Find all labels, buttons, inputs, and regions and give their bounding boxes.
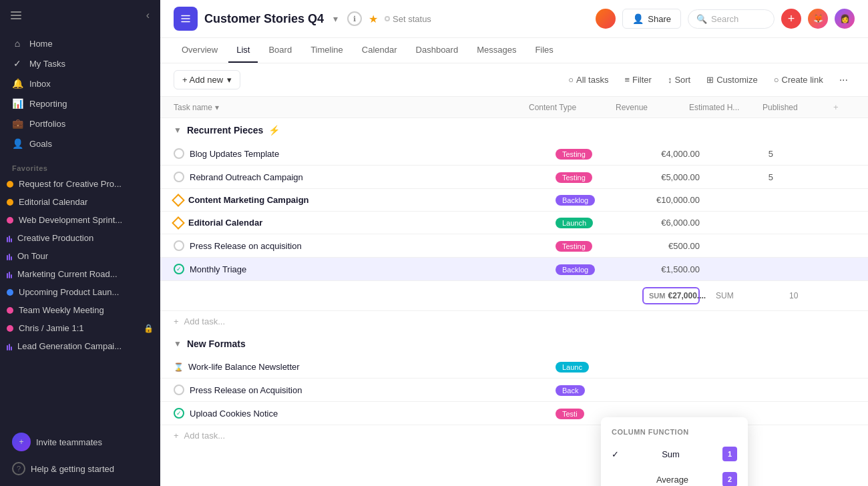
task-published [781, 148, 855, 160]
search-box[interactable]: 🔍 Search [688, 9, 775, 29]
sidebar-item-web-development[interactable]: Web Development Sprint... [0, 211, 160, 229]
sidebar-item-on-tour[interactable]: On Tour [0, 247, 160, 265]
dot-icon [7, 289, 13, 296]
col-function-item-average[interactable]: Average 2 [601, 467, 748, 486]
plus-icon: + [174, 316, 179, 326]
sum-box[interactable]: SUM €27,000.... [642, 287, 700, 304]
bar-icon [7, 252, 12, 260]
col-header-published: Published [754, 97, 828, 117]
tab-files[interactable]: Files [527, 38, 561, 63]
sidebar-item-portfolios[interactable]: 💼 Portfolios [5, 113, 155, 134]
task-name-cell: Press Release on Acquisition [174, 379, 548, 401]
col-function-item-sum[interactable]: ✓ Sum 1 [601, 441, 748, 467]
tab-board[interactable]: Board [260, 38, 300, 63]
help-button[interactable]: ? Help & getting started [5, 457, 155, 481]
task-name: Press Release on Acquisition [190, 385, 302, 395]
sum-plain-label: SUM [716, 291, 734, 300]
task-content-type: Testing [548, 235, 634, 257]
sidebar-item-inbox[interactable]: 🔔 Inbox [5, 73, 155, 93]
customize-button[interactable]: ⊞ Customize [700, 71, 764, 88]
invite-teammates-button[interactable]: + Invite teammates [5, 427, 155, 457]
page-header: Customer Stories Q4 ▾ ℹ ★ Set status 👤 S… [160, 0, 868, 38]
table-row: ⌛ Work-life Balance Newsletter Launc [160, 356, 868, 379]
task-published [781, 361, 855, 373]
task-status-circle-done[interactable] [174, 264, 184, 274]
tag: Launch [556, 218, 593, 228]
add-column-button[interactable]: + [828, 97, 855, 117]
collapse-icon[interactable]: ‹ [146, 9, 150, 21]
tab-messages[interactable]: Messages [469, 38, 524, 63]
task-revenue: €5,000.00 [634, 166, 708, 188]
star-icon[interactable]: ★ [369, 13, 378, 25]
add-task-label: Add task... [184, 431, 225, 441]
tab-dashboard[interactable]: Dashboard [408, 38, 467, 63]
task-status-circle[interactable] [174, 385, 184, 395]
task-status-diamond[interactable] [172, 194, 185, 207]
task-name: Work-life Balance Newsletter [188, 362, 300, 372]
task-status-circle-done[interactable] [174, 408, 184, 419]
section-toggle-icon[interactable]: ▼ [174, 126, 182, 135]
dropdown-arrow-icon: ▾ [227, 75, 232, 85]
home-icon: ⌂ [12, 38, 23, 49]
sidebar-item-my-tasks[interactable]: ✓ My Tasks [5, 53, 155, 73]
info-button[interactable]: ℹ [347, 11, 362, 26]
task-status-circle[interactable] [174, 240, 184, 251]
task-name-cell: Press Release on acquisition [174, 234, 548, 257]
sidebar-item-chris-jamie[interactable]: Chris / Jamie 1:1 🔒 [0, 319, 160, 337]
task-name: Monthly Triage [190, 264, 246, 274]
task-status-hourglass[interactable]: ⌛ [174, 362, 183, 372]
sidebar-item-label: Goals [29, 139, 52, 149]
toolbar-left: + Add new ▾ [174, 70, 240, 89]
sum-label: SUM [649, 292, 665, 300]
help-label: Help & getting started [31, 464, 114, 474]
fav-label: Editorial Calendar [19, 197, 87, 207]
section-toggle-icon[interactable]: ▼ [174, 339, 182, 348]
sidebar-item-request-creative[interactable]: Request for Creative Pro... [0, 175, 160, 193]
tab-list[interactable]: List [228, 38, 258, 63]
dot-icon [7, 199, 13, 206]
filter-label: Filter [632, 75, 652, 85]
hamburger-icon[interactable] [11, 11, 21, 19]
task-content-type: Launc [548, 356, 634, 378]
sidebar-item-lead-generation[interactable]: Lead Generation Campai... [0, 337, 160, 355]
sidebar-item-goals[interactable]: 👤 Goals [5, 134, 155, 154]
table-row: Upload Cookies Notice Testi [160, 402, 868, 425]
favorites-label: Favorites [0, 156, 160, 175]
share-label: Share [648, 14, 671, 24]
set-status-button[interactable]: Set status [385, 14, 431, 24]
invite-avatar: + [12, 433, 31, 451]
add-task-recurrent[interactable]: + Add task... [160, 311, 868, 332]
sidebar-item-editorial-calendar[interactable]: Editorial Calendar [0, 193, 160, 211]
filter-button[interactable]: ≡ Filter [618, 71, 658, 88]
create-link-button[interactable]: ○ Create link [767, 71, 830, 88]
tab-overview[interactable]: Overview [174, 38, 226, 63]
sidebar-item-marketing-road[interactable]: Marketing Current Road... [0, 265, 160, 283]
task-published [781, 384, 855, 396]
sidebar-item-reporting[interactable]: 📊 Reporting [5, 93, 155, 113]
task-table: Task name ▾ Content Type Revenue Estimat… [160, 97, 868, 486]
all-tasks-button[interactable]: ○ All tasks [562, 71, 615, 88]
task-published [781, 171, 855, 183]
sort-button[interactable]: ↕ Sort [661, 71, 697, 88]
sidebar-item-team-weekly[interactable]: Team Weekly Meeting [0, 301, 160, 319]
share-button[interactable]: 👤 Share [622, 9, 681, 29]
task-status-circle[interactable] [174, 172, 184, 182]
task-published [781, 240, 855, 252]
tab-timeline[interactable]: Timeline [302, 38, 351, 63]
add-task-new-formats[interactable]: + Add task... [160, 425, 868, 446]
add-new-button[interactable]: + Add new ▾ [174, 70, 240, 89]
plus-button[interactable]: + [781, 9, 801, 29]
more-button[interactable]: ··· [833, 71, 855, 89]
task-name-cell: Content Marketing Campaign [174, 189, 548, 211]
sidebar-item-upcoming-product[interactable]: Upcoming Product Laun... [0, 283, 160, 301]
task-status-circle[interactable] [174, 148, 184, 159]
task-status-diamond[interactable] [172, 216, 185, 230]
title-dropdown-button[interactable]: ▾ [331, 12, 341, 25]
chevron-down-icon[interactable]: ▾ [215, 103, 219, 112]
sidebar-item-creative-production[interactable]: Creative Production [0, 229, 160, 247]
sidebar-item-home[interactable]: ⌂ Home [5, 33, 155, 53]
app-icon [174, 7, 198, 31]
tab-calendar[interactable]: Calendar [354, 38, 405, 63]
add-task-label: Add task... [184, 316, 225, 326]
fav-label: Web Development Sprint... [19, 215, 122, 225]
